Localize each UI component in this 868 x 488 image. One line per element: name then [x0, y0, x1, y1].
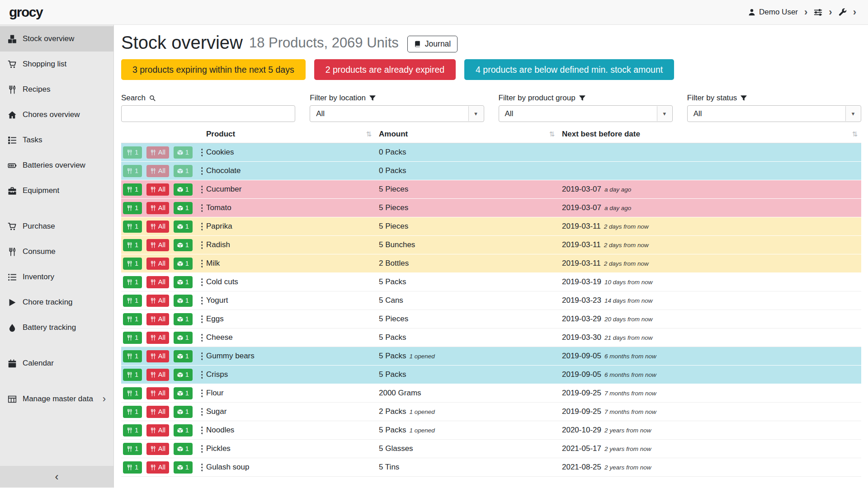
consume-all-button[interactable]: All [146, 202, 169, 214]
sidebar-item-battery-tracking[interactable]: Battery tracking [0, 315, 113, 340]
journal-button[interactable]: Journal [407, 36, 458, 52]
settings-menu-button[interactable] [814, 8, 822, 17]
consume-all-button[interactable]: All [146, 165, 169, 177]
open-one-button[interactable]: 1 [174, 387, 193, 399]
consume-all-button[interactable]: All [146, 295, 169, 307]
expired-alert[interactable]: 2 products are already expired [314, 59, 456, 80]
sidebar-item-recipes[interactable]: Recipes [0, 77, 113, 102]
consume-all-button[interactable]: All [146, 387, 169, 399]
consume-all-button[interactable]: All [146, 461, 169, 474]
product-group-select[interactable]: All ▾ [499, 105, 673, 122]
consume-one-button[interactable]: 1 [123, 221, 142, 233]
consume-one-button[interactable]: 1 [123, 295, 142, 307]
row-menu-button[interactable] [197, 296, 203, 306]
consume-one-button[interactable]: 1 [123, 239, 142, 251]
sidebar-collapse-button[interactable]: ‹ [0, 466, 113, 488]
consume-all-button[interactable]: All [146, 443, 169, 455]
open-one-button[interactable]: 1 [174, 239, 193, 251]
sidebar-item-stock-overview[interactable]: Stock overview [0, 26, 113, 52]
row-menu-button[interactable] [197, 462, 203, 473]
consume-one-button[interactable]: 1 [123, 443, 142, 455]
consume-all-button[interactable]: All [146, 183, 169, 196]
open-one-button[interactable]: 1 [174, 146, 193, 159]
sidebar-item-chores-overview[interactable]: Chores overview [0, 102, 113, 127]
consume-all-button[interactable]: All [146, 424, 169, 436]
sidebar-item-equipment[interactable]: Equipment [0, 178, 113, 203]
consume-one-button[interactable]: 1 [123, 146, 142, 159]
row-menu-button[interactable] [197, 258, 203, 269]
open-one-button[interactable]: 1 [174, 202, 193, 214]
open-one-button[interactable]: 1 [174, 406, 193, 418]
row-menu-button[interactable] [197, 240, 203, 250]
sidebar-item-consume[interactable]: Consume [0, 239, 113, 264]
consume-one-button[interactable]: 1 [123, 202, 142, 214]
consume-all-button[interactable]: All [146, 350, 169, 362]
row-menu-button[interactable] [197, 351, 203, 361]
row-menu-button[interactable] [197, 221, 203, 232]
sidebar-item-shopping-list[interactable]: Shopping list [0, 52, 113, 77]
best-before-column-header[interactable]: Next best before date⇅ [558, 128, 861, 143]
location-select[interactable]: All ▾ [310, 105, 484, 122]
sidebar-item-purchase[interactable]: Purchase [0, 214, 113, 239]
row-menu-button[interactable] [197, 425, 203, 436]
sidebar-item-calendar[interactable]: Calendar [0, 351, 113, 376]
consume-all-button[interactable]: All [146, 276, 169, 288]
open-one-button[interactable]: 1 [174, 165, 193, 177]
consume-all-button[interactable]: All [146, 332, 169, 344]
consume-all-button[interactable]: All [146, 239, 169, 251]
search-input[interactable] [121, 105, 295, 122]
consume-one-button[interactable]: 1 [123, 183, 142, 196]
amount-column-header[interactable]: Amount⇅ [375, 128, 558, 143]
consume-one-button[interactable]: 1 [123, 461, 142, 474]
below-min-stock-alert[interactable]: 4 products are below defined min. stock … [464, 59, 674, 80]
consume-all-button[interactable]: All [146, 258, 169, 270]
row-menu-button[interactable] [197, 314, 203, 324]
row-menu-button[interactable] [197, 277, 203, 287]
consume-one-button[interactable]: 1 [123, 332, 142, 344]
open-one-button[interactable]: 1 [174, 258, 193, 270]
consume-one-button[interactable]: 1 [123, 350, 142, 362]
sidebar-item-batteries-overview[interactable]: Batteries overview [0, 153, 113, 178]
grocy-logo[interactable]: grocy [9, 5, 42, 20]
consume-all-button[interactable]: All [146, 313, 169, 325]
row-menu-button[interactable] [197, 203, 203, 213]
open-one-button[interactable]: 1 [174, 332, 193, 344]
consume-one-button[interactable]: 1 [123, 165, 142, 177]
sidebar-item-inventory[interactable]: Inventory [0, 264, 113, 290]
row-menu-button[interactable] [197, 444, 203, 454]
row-menu-button[interactable] [197, 370, 203, 380]
open-one-button[interactable]: 1 [174, 424, 193, 436]
product-column-header[interactable]: Product⇅ [203, 128, 375, 143]
consume-one-button[interactable]: 1 [123, 258, 142, 270]
open-one-button[interactable]: 1 [174, 183, 193, 196]
sidebar-item-tasks[interactable]: Tasks [0, 127, 113, 153]
open-one-button[interactable]: 1 [174, 313, 193, 325]
consume-one-button[interactable]: 1 [123, 276, 142, 288]
consume-all-button[interactable]: All [146, 406, 169, 418]
row-menu-button[interactable] [197, 388, 203, 399]
consume-all-button[interactable]: All [146, 146, 169, 159]
open-one-button[interactable]: 1 [174, 443, 193, 455]
row-menu-button[interactable] [197, 407, 203, 417]
open-one-button[interactable]: 1 [174, 295, 193, 307]
row-menu-button[interactable] [197, 147, 203, 158]
sidebar-item-manage-master-data[interactable]: Manage master data › [0, 386, 113, 412]
user-menu[interactable]: Demo User [748, 8, 798, 17]
row-menu-button[interactable] [197, 333, 203, 343]
expiring-alert[interactable]: 3 products expiring within the next 5 da… [121, 59, 306, 80]
consume-one-button[interactable]: 1 [123, 406, 142, 418]
consume-one-button[interactable]: 1 [123, 387, 142, 399]
row-menu-button[interactable] [197, 184, 203, 195]
consume-one-button[interactable]: 1 [123, 424, 142, 436]
admin-menu-button[interactable] [839, 8, 847, 16]
open-one-button[interactable]: 1 [174, 350, 193, 362]
consume-one-button[interactable]: 1 [123, 313, 142, 325]
status-select[interactable]: All ▾ [687, 105, 861, 122]
consume-all-button[interactable]: All [146, 369, 169, 381]
open-one-button[interactable]: 1 [174, 461, 193, 474]
open-one-button[interactable]: 1 [174, 369, 193, 381]
row-menu-button[interactable] [197, 166, 203, 176]
sidebar-item-chore-tracking[interactable]: Chore tracking [0, 290, 113, 315]
open-one-button[interactable]: 1 [174, 276, 193, 288]
open-one-button[interactable]: 1 [174, 221, 193, 233]
